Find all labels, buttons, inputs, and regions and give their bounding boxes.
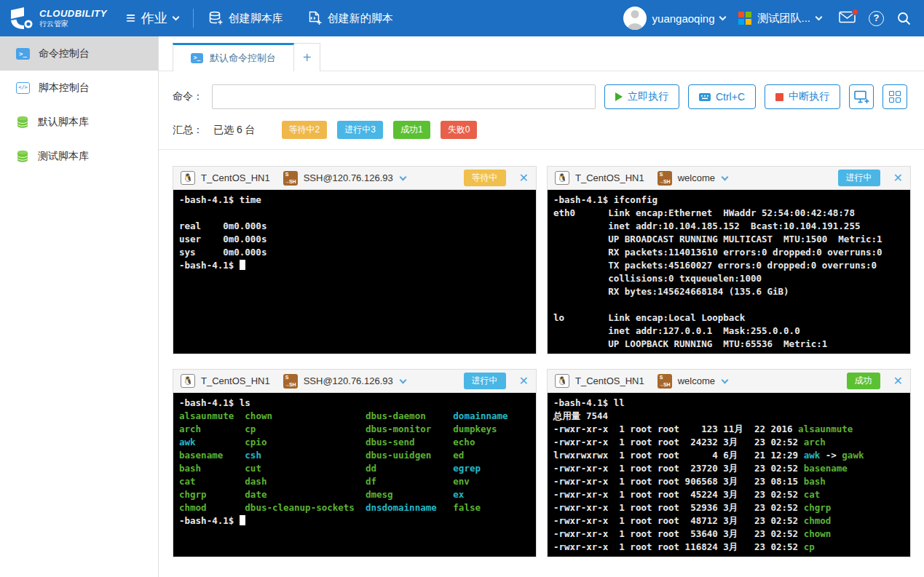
ssh-icon: S→SH — [283, 374, 298, 389]
terminal-panel: 🐧 T_CentOS_HN1 S→SH welcome 成功 ✕ -bash-4… — [547, 369, 911, 557]
ssh-icon: S→SH — [658, 374, 672, 389]
status-badge: 成功 — [847, 373, 880, 389]
tab-default-command-console[interactable]: >_ 默认命令控制台 — [173, 43, 294, 71]
sidebar-item-label: 默认脚本库 — [38, 116, 89, 129]
connection-name[interactable]: welcome — [678, 172, 715, 183]
user-menu[interactable]: yuangaoqing — [623, 7, 726, 30]
in-progress-badge: 进行中3 — [337, 121, 383, 139]
create-script-button[interactable]: 创建新的脚本 — [308, 11, 393, 25]
terminal-panel-header: 🐧 T_CentOS_HN1 S→SH SSH@120.76.126.93 等待… — [173, 167, 536, 190]
linux-icon: 🐧 — [555, 171, 569, 185]
sidebar: >_ 命令控制台 </> 脚本控制台 默认脚本库 测试脚本库 — [0, 36, 159, 577]
terminal-panel-header: 🐧 T_CentOS_HN1 S→SH SSH@120.76.126.93 进行… — [173, 370, 536, 393]
ssh-icon: S→SH — [283, 171, 298, 186]
terminal-panel: 🐧 T_CentOS_HN1 S→SH welcome 进行中 ✕ -bash-… — [547, 166, 911, 354]
user-name: yuangaoqing — [652, 12, 715, 25]
connection-name[interactable]: welcome — [678, 375, 715, 386]
terminal-output[interactable]: -bash-4.1$ lsalsaunmute chown dbus-daemo… — [173, 393, 536, 557]
play-icon — [615, 92, 623, 101]
help-button[interactable]: ? — [869, 11, 884, 26]
stop-icon — [775, 93, 783, 101]
close-icon[interactable]: ✕ — [893, 172, 903, 184]
connection-name[interactable]: SSH@120.76.126.93 — [304, 375, 393, 386]
terminal-panel-header: 🐧 T_CentOS_HN1 S→SH welcome 进行中 ✕ — [548, 167, 910, 190]
sidebar-item-default-script-lib[interactable]: 默认脚本库 — [0, 105, 158, 139]
team-name: 测试团队... — [757, 12, 810, 25]
chevron-down-icon[interactable] — [722, 377, 729, 384]
linux-icon: 🐧 — [181, 171, 195, 185]
terminal-output[interactable]: -bash-4.1$ ll总用量 7544-rwxr-xr-x 1 root r… — [548, 393, 910, 557]
terminal-grid: 🐧 T_CentOS_HN1 S→SH SSH@120.76.126.93 等待… — [173, 166, 924, 557]
terminal-panel-header: 🐧 T_CentOS_HN1 S→SH welcome 成功 ✕ — [548, 370, 910, 393]
terminal-output[interactable]: -bash-4.1$ ifconfigeth0 Link encap:Ether… — [548, 190, 910, 354]
command-input[interactable] — [212, 84, 596, 109]
connection-name[interactable]: SSH@120.76.126.93 — [304, 172, 393, 183]
add-tab-button[interactable]: + — [294, 43, 320, 71]
close-icon[interactable]: ✕ — [519, 375, 529, 387]
create-script-label: 创建新的脚本 — [328, 12, 393, 25]
tab-label: 默认命令控制台 — [210, 52, 276, 65]
create-script-lib-button[interactable]: 创建脚本库 — [208, 11, 283, 25]
status-badge: 进行中 — [464, 373, 506, 389]
sidebar-item-command-console[interactable]: >_ 命令控制台 — [0, 36, 158, 71]
file-plus-icon — [308, 11, 322, 25]
terminal-icon: >_ — [16, 48, 30, 60]
sidebar-item-script-console[interactable]: </> 脚本控制台 — [0, 71, 158, 105]
status-badge: 等待中 — [464, 170, 506, 186]
host-name: T_CentOS_HN1 — [201, 375, 270, 386]
host-name: T_CentOS_HN1 — [575, 172, 644, 183]
host-name: T_CentOS_HN1 — [201, 172, 270, 183]
chevron-down-icon[interactable] — [722, 174, 729, 181]
selected-count: 已选 6 台 — [213, 124, 256, 137]
team-menu[interactable]: 测试团队... — [738, 12, 821, 25]
add-terminal-button[interactable] — [849, 84, 874, 109]
messages-button[interactable] — [839, 11, 856, 26]
navbar-divider — [193, 9, 194, 28]
divider — [159, 149, 924, 150]
ctrl-c-button[interactable]: Ctrl+C — [688, 84, 756, 109]
success-badge: 成功1 — [393, 121, 430, 139]
notification-dot — [852, 9, 858, 15]
fail-badge: 失败0 — [441, 121, 478, 139]
database-icon — [16, 116, 29, 129]
chevron-down-icon — [816, 13, 823, 20]
ssh-icon: S→SH — [658, 171, 672, 186]
command-label: 命令： — [173, 90, 203, 103]
monitor-plus-icon — [854, 90, 869, 104]
terminal-output[interactable]: -bash-4.1$ time real 0m0.000suser 0m0.00… — [173, 190, 536, 354]
interrupt-button[interactable]: 中断执行 — [765, 84, 840, 109]
create-script-lib-label: 创建脚本库 — [229, 12, 283, 25]
waiting-badge: 等待中2 — [282, 121, 328, 139]
team-grid-icon — [738, 12, 751, 25]
chevron-down-icon[interactable] — [399, 377, 406, 384]
brand-subtitle: 行云管家 — [39, 20, 107, 28]
sidebar-item-label: 测试脚本库 — [38, 150, 89, 163]
close-icon[interactable]: ✕ — [893, 375, 903, 387]
layout-grid-button[interactable] — [882, 84, 907, 109]
chevron-down-icon[interactable] — [399, 174, 406, 181]
terminal-panel: 🐧 T_CentOS_HN1 S→SH SSH@120.76.126.93 等待… — [173, 166, 537, 354]
hamburger-icon: ≡ — [126, 10, 135, 26]
keyboard-icon — [699, 93, 711, 101]
search-icon[interactable] — [897, 12, 911, 25]
chevron-down-icon — [719, 13, 727, 20]
database-icon — [16, 150, 29, 163]
jobs-menu[interactable]: ≡ 作业 — [126, 9, 178, 27]
sidebar-item-label: 脚本控制台 — [39, 81, 90, 95]
summary-label: 汇总： — [173, 124, 203, 137]
run-now-button[interactable]: 立即执行 — [604, 84, 679, 109]
linux-icon: 🐧 — [555, 374, 569, 388]
top-navbar: CLOUDBILITY 行云管家 ≡ 作业 创建脚本库 创建新的脚本 yuang… — [0, 0, 924, 36]
linux-icon: 🐧 — [181, 374, 195, 388]
terminal-icon: >_ — [191, 53, 203, 63]
brand-logo[interactable]: CLOUDBILITY 行云管家 — [9, 7, 107, 30]
close-icon[interactable]: ✕ — [519, 172, 529, 184]
chevron-down-icon — [172, 13, 179, 20]
brand-name: CLOUDBILITY — [39, 9, 107, 19]
tab-strip: >_ 默认命令控制台 + — [159, 36, 924, 71]
avatar — [623, 7, 647, 30]
code-icon: </> — [16, 82, 30, 94]
sidebar-item-label: 命令控制台 — [39, 47, 90, 60]
sidebar-item-test-script-lib[interactable]: 测试脚本库 — [0, 139, 158, 173]
jobs-menu-label: 作业 — [141, 9, 167, 27]
